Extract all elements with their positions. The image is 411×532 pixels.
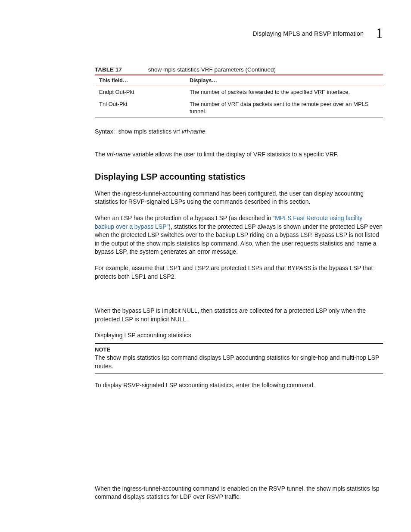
note-label: NOTE xyxy=(95,346,383,353)
running-header-title: Displaying MPLS and RSVP information xyxy=(252,30,364,37)
body-paragraph: For example, assume that LSP1 and LSP2 a… xyxy=(95,264,383,281)
vrf-parameters-table: This field… Displays… Endpt Out-Pkt The … xyxy=(95,75,383,118)
note-block: NOTE The show mpls statistics lsp comman… xyxy=(95,343,383,373)
table-caption: TABLE 17 show mpls statistics VRF parame… xyxy=(95,66,383,73)
table-header-row: This field… Displays… xyxy=(95,75,383,86)
table-cell-field: Endpt Out-Pkt xyxy=(95,86,185,98)
table-cell-desc: The number of VRF data packets sent to t… xyxy=(185,98,383,118)
syntax-prefix: Syntax: xyxy=(95,128,115,135)
section-heading-lsp-accounting: Displaying LSP accounting statistics xyxy=(95,172,383,182)
note-text: The show mpls statistics lsp command dis… xyxy=(95,354,379,370)
text-fragment: variable allows the user to limit the di… xyxy=(131,151,338,158)
var-vrf-name: vrf-name xyxy=(107,151,131,158)
table-cell-desc: The number of packets forwarded to the s… xyxy=(185,86,383,98)
table-label: TABLE 17 xyxy=(95,66,146,73)
subheading-displaying-lsp: Displaying LSP accounting statistics xyxy=(95,331,383,340)
table-cell-field: Tnl Out-Pkt xyxy=(95,98,185,118)
page-root: Displaying MPLS and RSVP information 1 T… xyxy=(0,0,411,532)
running-header: Displaying MPLS and RSVP information 1 xyxy=(95,26,383,40)
table-title: show mpls statistics VRF parameters (Con… xyxy=(148,66,276,73)
body-paragraph: When the bypass LSP is implicit NULL, th… xyxy=(95,307,383,324)
syntax-cmd: show mpls statistics vrf xyxy=(118,128,180,135)
text-fragment: When an LSP has the protection of a bypa… xyxy=(95,215,273,221)
table-row: Tnl Out-Pkt The number of VRF data packe… xyxy=(95,98,383,118)
body-paragraph: When the ingress-tunnel-accounting comma… xyxy=(95,190,383,206)
table-row: Endpt Out-Pkt The number of packets forw… xyxy=(95,86,383,98)
vrf-name-paragraph: The vrf-name variable allows the user to… xyxy=(95,150,383,159)
body-paragraph: When the ingress-tunnel-accounting comma… xyxy=(95,485,383,501)
table-header-field: This field… xyxy=(95,75,185,86)
syntax-var: vrf-name xyxy=(182,128,206,135)
text-fragment: The xyxy=(95,151,107,158)
body-paragraph: To display RSVP-signaled LSP accounting … xyxy=(95,381,383,390)
body-paragraph: When an LSP has the protection of a bypa… xyxy=(95,214,383,256)
syntax-line: Syntax: show mpls statistics vrf vrf-nam… xyxy=(95,128,383,136)
chapter-number: 1 xyxy=(376,26,383,40)
table-header-displays: Displays… xyxy=(185,75,383,86)
